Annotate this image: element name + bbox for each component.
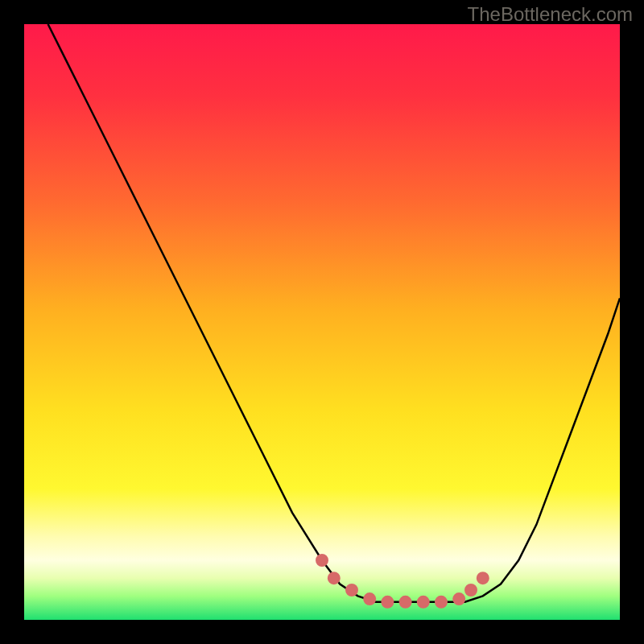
marker-point	[346, 584, 357, 596]
marker-point	[453, 593, 464, 605]
marker-point	[382, 597, 393, 608]
marker-point	[477, 572, 489, 584]
chart-container: TheBottleneck.com	[0, 0, 644, 644]
gradient-background	[24, 24, 620, 620]
marker-point	[465, 584, 477, 596]
marker-point	[328, 572, 340, 584]
plot-area	[24, 24, 620, 620]
marker-point	[436, 597, 447, 608]
marker-point	[364, 593, 375, 605]
marker-point	[316, 555, 328, 566]
watermark-text: TheBottleneck.com	[468, 3, 633, 26]
marker-point	[400, 597, 411, 608]
marker-point	[418, 597, 429, 608]
chart-svg	[24, 24, 620, 620]
